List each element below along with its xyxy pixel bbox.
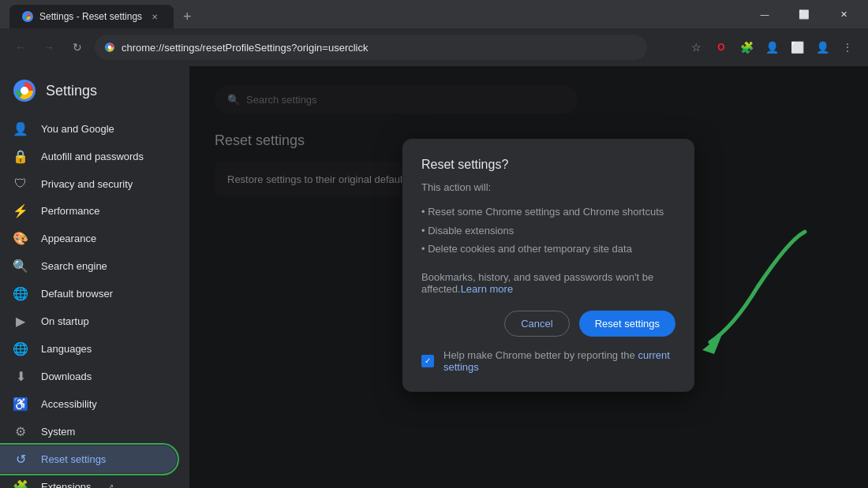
main-layout: Settings 👤 You and Google 🔒 Autofill and…: [0, 66, 868, 488]
sidebar-item-privacy[interactable]: 🛡 Privacy and security: [0, 170, 177, 197]
svg-point-4: [21, 87, 28, 95]
menu-icon[interactable]: ⋮: [836, 36, 859, 58]
chrome-favicon: [104, 42, 115, 53]
sidebar-label-performance: Performance: [41, 205, 99, 217]
sidebar: Settings 👤 You and Google 🔒 Autofill and…: [0, 66, 189, 488]
sidebar-item-autofill[interactable]: 🔒 Autofill and passwords: [0, 143, 177, 170]
learn-more-link[interactable]: Learn more: [461, 283, 513, 295]
checkbox-label: Help make Chrome better by reporting the…: [443, 349, 675, 373]
chrome-logo: [13, 79, 36, 102]
restore-button[interactable]: ⬜: [786, 0, 822, 28]
sidebar-label-appearance: Appearance: [41, 233, 96, 244]
address-input[interactable]: chrome://settings/resetProfileSettings?o…: [95, 35, 647, 60]
tab-title: Settings - Reset settings: [39, 11, 142, 22]
reset-dialog: Reset settings? This action will: • Rese…: [402, 139, 694, 391]
checkbox-input[interactable]: ✓: [421, 355, 434, 367]
content-area: 🔍 Search settings Reset settings Restore…: [189, 66, 868, 488]
cancel-button[interactable]: Cancel: [504, 311, 569, 337]
performance-icon: ⚡: [13, 203, 28, 218]
toolbar-icons: ☆ O 🧩 👤 ⬜ 👤 ⋮: [685, 36, 859, 58]
refresh-button[interactable]: ↻: [66, 36, 88, 58]
back-button[interactable]: ←: [9, 36, 32, 58]
account-icon[interactable]: 👤: [811, 36, 833, 58]
sidebar-label-you-and-google: You and Google: [41, 123, 114, 135]
bookmark-icon[interactable]: ☆: [685, 36, 707, 58]
sidebar-label-system: System: [41, 426, 75, 438]
reset-icon: ↺: [13, 452, 28, 467]
system-icon: ⚙: [13, 424, 28, 439]
dialog-overlay: Reset settings? This action will: • Rese…: [189, 66, 868, 488]
reset-settings-button[interactable]: Reset settings: [579, 311, 675, 337]
sidebar-header: Settings: [0, 73, 189, 115]
dialog-title: Reset settings?: [421, 158, 675, 172]
sidebar-item-downloads[interactable]: ⬇ Downloads: [0, 363, 177, 390]
sidebar-label-on-startup: On startup: [41, 315, 89, 327]
sidebar-item-appearance[interactable]: 🎨 Appearance: [0, 225, 177, 252]
profile-icon[interactable]: 👤: [761, 36, 783, 58]
sidebar-label-languages: Languages: [41, 343, 92, 355]
search-icon: 🔍: [13, 259, 28, 274]
sidebar-item-reset-settings[interactable]: ↺ Reset settings: [0, 445, 177, 473]
accessibility-icon: ♿: [13, 397, 28, 412]
dialog-list: • Reset some Chrome settings and Chrome …: [421, 203, 675, 258]
minimize-button[interactable]: —: [746, 0, 783, 28]
sidebar-label-downloads: Downloads: [41, 371, 92, 382]
dialog-note: Bookmarks, history, and saved passwords …: [421, 271, 675, 295]
sidebar-label-extensions: Extensions: [41, 481, 92, 488]
sync-icon[interactable]: ⬜: [786, 36, 808, 58]
sidebar-item-extensions[interactable]: 🧩 Extensions ↗: [0, 473, 177, 488]
active-tab[interactable]: Settings - Reset settings ✕: [9, 5, 174, 28]
settings-title: Settings: [46, 83, 97, 99]
download-icon: ⬇: [13, 369, 28, 384]
sidebar-item-languages[interactable]: 🌐 Languages: [0, 335, 177, 363]
checkbox-row: ✓ Help make Chrome better by reporting t…: [421, 349, 675, 373]
tab-favicon: [22, 11, 33, 22]
tab-close-button[interactable]: ✕: [148, 10, 161, 23]
url-text: chrome://settings/resetProfileSettings?o…: [122, 42, 638, 54]
sidebar-item-search-engine[interactable]: 🔍 Search engine: [0, 252, 177, 280]
tab-strip: Settings - Reset settings ✕ +: [9, 0, 198, 28]
sidebar-label-default-browser: Default browser: [41, 288, 113, 300]
extensions-icon: 🧩: [13, 479, 28, 488]
startup-icon: ▶: [13, 314, 28, 329]
sidebar-item-default-browser[interactable]: 🌐 Default browser: [0, 280, 177, 307]
person-icon: 👤: [13, 121, 28, 136]
opera-icon[interactable]: O: [710, 36, 732, 58]
sidebar-label-accessibility: Accessibility: [41, 398, 97, 410]
external-link-icon: ↗: [107, 482, 114, 488]
title-bar: Settings - Reset settings ✕ + — ⬜ ✕: [0, 0, 868, 28]
dialog-list-item-2: • Disable extensions: [421, 222, 675, 240]
sidebar-item-performance[interactable]: ⚡ Performance: [0, 197, 177, 225]
dialog-actions: Cancel Reset settings: [421, 311, 675, 337]
address-bar: ← → ↻ chrome://settings/resetProfileSett…: [0, 28, 868, 66]
appearance-icon: 🎨: [13, 231, 28, 246]
dialog-list-item-1: • Reset some Chrome settings and Chrome …: [421, 203, 675, 221]
sidebar-item-you-and-google[interactable]: 👤 You and Google: [0, 115, 177, 143]
forward-button[interactable]: →: [38, 36, 60, 58]
browser-icon: 🌐: [13, 286, 28, 301]
sidebar-item-accessibility[interactable]: ♿ Accessibility: [0, 390, 177, 418]
sidebar-label-search-engine: Search engine: [41, 260, 107, 272]
extension-icon[interactable]: 🧩: [735, 36, 758, 58]
shield-icon: 🛡: [13, 177, 28, 191]
sidebar-item-on-startup[interactable]: ▶ On startup: [0, 307, 177, 335]
sidebar-item-system[interactable]: ⚙ System: [0, 418, 177, 445]
lock-icon: 🔒: [13, 149, 28, 164]
sidebar-label-autofill: Autofill and passwords: [41, 151, 144, 162]
svg-point-2: [108, 46, 111, 49]
new-tab-button[interactable]: +: [177, 6, 198, 28]
sidebar-label-privacy: Privacy and security: [41, 178, 133, 190]
dialog-subtitle: This action will:: [421, 181, 675, 193]
window-controls: — ⬜ ✕: [746, 0, 862, 28]
sidebar-label-reset-settings: Reset settings: [41, 453, 106, 465]
language-icon: 🌐: [13, 341, 28, 356]
dialog-list-item-3: • Delete cookies and other temporary sit…: [421, 240, 675, 258]
close-button[interactable]: ✕: [825, 0, 862, 28]
